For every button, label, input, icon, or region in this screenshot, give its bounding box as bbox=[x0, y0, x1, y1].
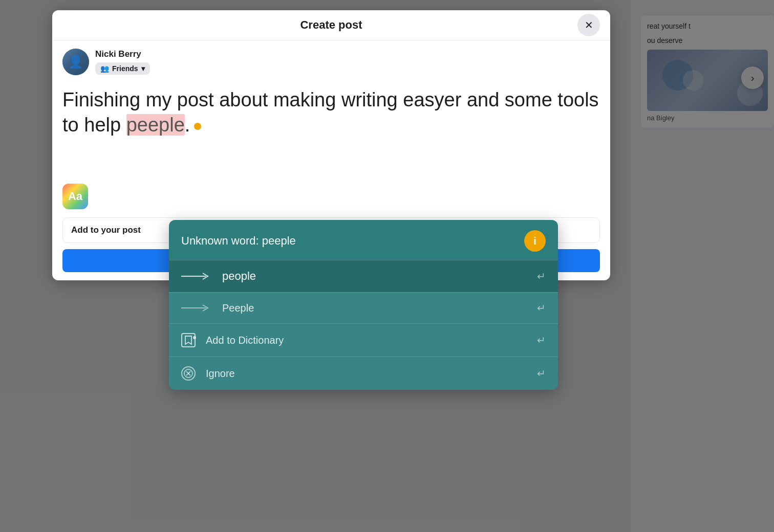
return-icon-people: ↵ bbox=[537, 270, 546, 282]
add-to-dictionary-text: Add to Dictionary bbox=[206, 335, 537, 346]
add-to-post-label: Add to your post bbox=[71, 225, 141, 235]
spell-suggestion-people[interactable]: people ↵ bbox=[169, 260, 558, 292]
grammar-app-icon: Aa bbox=[62, 184, 88, 209]
suggestion-text-peeple: Peeple bbox=[222, 302, 537, 314]
audience-button[interactable]: 👥 Friends ▾ bbox=[95, 62, 150, 75]
spell-check-popup: Unknown word: peeple i people ↵ Peeple ↵ bbox=[169, 220, 558, 390]
dropdown-arrow-icon: ▾ bbox=[141, 64, 145, 73]
spell-popup-title: Unknown word: peeple bbox=[181, 234, 296, 248]
spell-suggestion-peeple[interactable]: Peeple ↵ bbox=[169, 292, 558, 323]
close-icon: ✕ bbox=[585, 19, 593, 31]
grammar-icon-text: Aa bbox=[68, 190, 82, 203]
modal-title: Create post bbox=[300, 18, 362, 32]
orange-dot-indicator bbox=[194, 123, 201, 130]
suggestion-text-people: people bbox=[222, 270, 537, 283]
grammar-icon-area: Aa bbox=[62, 184, 600, 209]
avatar-image bbox=[62, 49, 89, 75]
arrow-icon-peeple bbox=[181, 303, 212, 313]
user-details: Nicki Berry 👥 Friends ▾ bbox=[95, 49, 150, 75]
spell-popup-header: Unknown word: peeple i bbox=[169, 220, 558, 260]
post-text-after: . bbox=[185, 114, 190, 136]
user-name: Nicki Berry bbox=[95, 49, 150, 59]
post-text-area[interactable]: Finishing my post about making writing e… bbox=[62, 83, 600, 175]
info-button[interactable]: i bbox=[524, 230, 546, 252]
misspelled-word: peeple bbox=[126, 114, 185, 136]
audience-label: Friends bbox=[112, 64, 138, 73]
return-icon-dict: ↵ bbox=[537, 334, 546, 346]
spell-ignore[interactable]: Ignore ↵ bbox=[169, 357, 558, 390]
ignore-text: Ignore bbox=[206, 368, 537, 380]
modal-header: Create post ✕ bbox=[52, 10, 610, 40]
info-icon: i bbox=[533, 235, 536, 247]
user-info: Nicki Berry 👥 Friends ▾ bbox=[62, 49, 600, 75]
circle-x-icon bbox=[181, 366, 196, 381]
bookmark-icon bbox=[181, 333, 196, 347]
arrow-icon-people bbox=[181, 271, 212, 281]
friends-icon: 👥 bbox=[100, 64, 109, 73]
return-icon-ignore: ↵ bbox=[537, 367, 546, 380]
spell-add-to-dictionary[interactable]: Add to Dictionary ↵ bbox=[169, 323, 558, 357]
avatar bbox=[62, 49, 89, 75]
close-button[interactable]: ✕ bbox=[577, 14, 600, 36]
return-icon-peeple: ↵ bbox=[537, 302, 546, 314]
